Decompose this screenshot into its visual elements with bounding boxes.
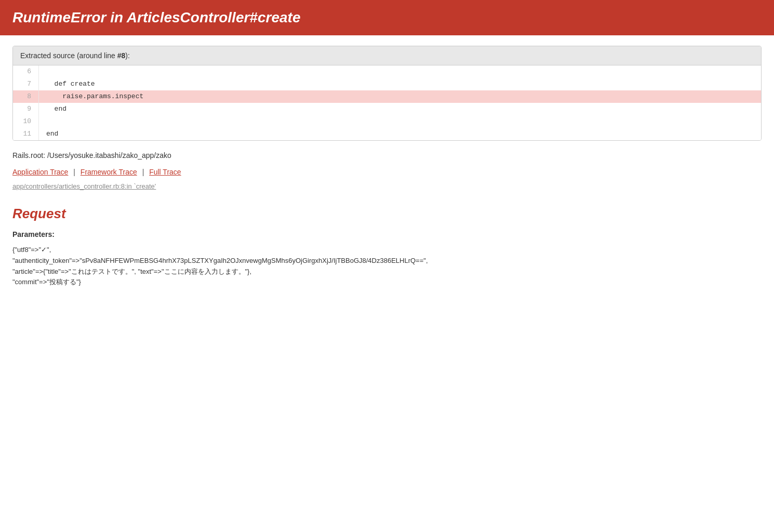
- application-trace-link[interactable]: Application Trace: [12, 168, 68, 176]
- source-line-number: #8: [117, 51, 126, 60]
- code-line: 6: [13, 65, 761, 78]
- source-section: Extracted source (around line #8): 67 de…: [12, 46, 762, 141]
- request-section: Request Parameters: {"utf8"=>"✓", "authe…: [12, 206, 762, 288]
- trace-file-text: app/controllers/articles_controller.rb:8…: [12, 182, 156, 190]
- line-content: end: [39, 103, 74, 115]
- line-content: end: [39, 128, 65, 140]
- code-line: 8 raise.params.inspect: [13, 90, 761, 103]
- params-colon: :: [52, 230, 55, 238]
- source-label: Extracted source (around line: [20, 51, 117, 60]
- trace-separator-1: |: [71, 168, 77, 176]
- source-header: Extracted source (around line #8):: [13, 46, 761, 65]
- line-number: 10: [13, 115, 39, 128]
- source-label-end: ):: [125, 51, 130, 60]
- line-number: 9: [13, 103, 39, 115]
- framework-trace-link[interactable]: Framework Trace: [81, 168, 137, 176]
- line-number: 8: [13, 90, 39, 103]
- param-line: "article"=>{"title"=>"これはテストです。", "text"…: [12, 267, 762, 277]
- params-label-text: Parameters: [12, 230, 52, 238]
- trace-separator-2: |: [140, 168, 146, 176]
- param-line: "commit"=>"投稿する"}: [12, 277, 762, 288]
- trace-links: Application Trace | Framework Trace | Fu…: [12, 168, 762, 176]
- error-title: RuntimeError in ArticlesController#creat…: [12, 9, 762, 26]
- line-number: 11: [13, 128, 39, 140]
- line-number: 7: [13, 78, 39, 90]
- code-line: 9 end: [13, 103, 761, 115]
- code-line: 10: [13, 115, 761, 128]
- main-content: Extracted source (around line #8): 67 de…: [0, 35, 774, 298]
- full-trace-link[interactable]: Full Trace: [149, 168, 181, 176]
- line-number: 6: [13, 65, 39, 78]
- line-content: [39, 115, 54, 128]
- request-title: Request: [12, 206, 762, 222]
- params-value: {"utf8"=>"✓", "authenticity_token"=>"sPv…: [12, 245, 762, 288]
- rails-root-text: Rails.root: /Users/yosuke.itabashi/zako_…: [12, 151, 171, 159]
- error-header: RuntimeError in ArticlesController#creat…: [0, 0, 774, 35]
- param-line: {"utf8"=>"✓",: [12, 245, 762, 256]
- line-content: raise.params.inspect: [39, 90, 151, 103]
- code-line: 7 def create: [13, 78, 761, 90]
- source-code: 67 def create8 raise.params.inspect9 end…: [13, 65, 761, 140]
- code-line: 11end: [13, 128, 761, 140]
- line-content: def create: [39, 78, 102, 90]
- trace-file[interactable]: app/controllers/articles_controller.rb:8…: [12, 182, 762, 190]
- line-content: [39, 65, 54, 78]
- params-label: Parameters:: [12, 230, 762, 238]
- param-line: "authenticity_token"=>"sPv8aNFHFEWPmEBSG…: [12, 256, 762, 267]
- rails-root: Rails.root: /Users/yosuke.itabashi/zako_…: [12, 151, 762, 159]
